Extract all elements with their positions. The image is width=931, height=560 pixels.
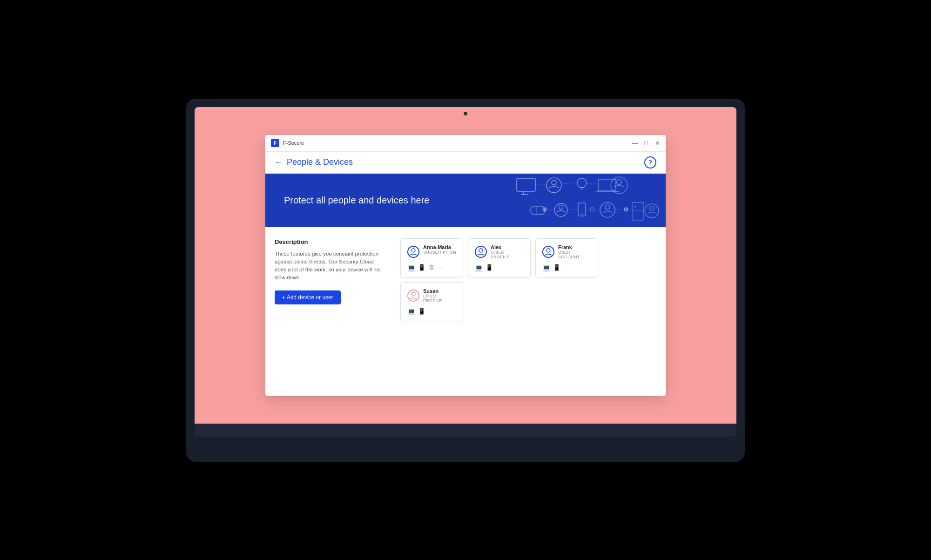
svg-point-5 — [577, 178, 587, 188]
window-controls: — □ ✕ — [632, 140, 660, 146]
laptop-icon: 💻 — [407, 308, 415, 315]
user-type: CHILD PROFILE — [491, 250, 524, 259]
nav-left: ← People & Devices — [275, 157, 353, 167]
page-title: People & Devices — [287, 157, 353, 167]
svg-point-40 — [412, 249, 415, 252]
svg-point-26 — [634, 206, 636, 208]
user-devices: 💻 📱 🖥 ··· — [407, 264, 456, 271]
svg-line-39 — [526, 191, 540, 204]
nav-bar: ← People & Devices ? — [265, 152, 666, 174]
user-info: Anna-Maria SUBSCRIPTION ... — [423, 244, 456, 259]
user-card-susan[interactable]: Susan CHILD PROFILE 💻 📱 — [400, 282, 463, 321]
mobile-icon: 📱 — [486, 264, 493, 271]
app-name-label: F-Secure — [283, 140, 304, 146]
avatar — [475, 246, 487, 258]
user-cards-container: Anna-Maria SUBSCRIPTION ... 💻 📱 🖥 ··· — [400, 238, 656, 321]
svg-rect-0 — [517, 178, 535, 191]
svg-point-28 — [650, 206, 654, 210]
content-layout: Description These features give you cons… — [275, 238, 656, 321]
user-name: Susan — [423, 288, 456, 294]
mobile-icon: 📱 — [553, 264, 560, 271]
svg-point-18 — [559, 205, 563, 209]
user-type: CHILD PROFILE — [423, 294, 456, 303]
mobile-icon: 📱 — [418, 308, 425, 315]
svg-point-21 — [590, 208, 594, 211]
svg-point-23 — [605, 205, 610, 209]
back-button[interactable]: ← — [275, 158, 282, 167]
user-info: Susan CHILD PROFILE — [423, 288, 456, 303]
fsecure-logo: F — [271, 139, 279, 147]
laptop-icon: 💻 — [542, 264, 550, 271]
title-bar: F F-Secure — □ ✕ — [265, 135, 666, 152]
user-card-header: Anna-Maria SUBSCRIPTION ... — [407, 244, 456, 259]
user-devices: 💻 📱 — [542, 264, 591, 271]
user-card-header: Susan CHILD PROFILE — [407, 288, 456, 303]
svg-point-43 — [412, 292, 415, 296]
svg-rect-15 — [531, 206, 545, 215]
user-card-anna-maria[interactable]: Anna-Maria SUBSCRIPTION ... 💻 📱 🖥 ··· — [400, 238, 463, 277]
avatar — [407, 290, 419, 302]
user-info: Alex CHILD PROFILE — [491, 244, 524, 259]
user-devices: 💻 📱 — [407, 308, 456, 315]
mobile-icon: 📱 — [418, 264, 425, 271]
close-button[interactable]: ✕ — [654, 140, 660, 146]
avatar — [407, 246, 419, 258]
user-name: Alex — [491, 244, 524, 250]
screen-bezel: F F-Secure — □ ✕ ← People & Devices ? — [195, 107, 736, 424]
description-title: Description — [275, 238, 386, 245]
user-card-alex[interactable]: Alex CHILD PROFILE 💻 📱 — [468, 238, 531, 277]
minimize-button[interactable]: — — [632, 140, 638, 146]
user-info: Frank USER ACCOUNT — [558, 244, 591, 259]
svg-line-13 — [561, 183, 576, 184]
laptop-frame: F F-Secure — □ ✕ ← People & Devices ? — [186, 99, 745, 462]
add-device-user-button[interactable]: + Add device or user — [275, 290, 341, 304]
title-bar-left: F F-Secure — [271, 139, 304, 147]
svg-point-4 — [552, 180, 556, 185]
user-name: Anna-Maria — [423, 244, 456, 250]
user-card-header: Frank USER ACCOUNT — [542, 244, 591, 259]
svg-line-31 — [546, 209, 554, 210]
tablet-icon: 🖥 — [428, 264, 434, 271]
help-button[interactable]: ? — [644, 156, 656, 169]
description-body: These features give you constant protect… — [275, 250, 386, 282]
user-card-header: Alex CHILD PROFILE — [475, 244, 524, 259]
description-section: Description These features give you cons… — [275, 238, 386, 304]
banner: Protect all people and devices here — [265, 174, 666, 227]
svg-point-41 — [479, 249, 483, 252]
main-content: Description These features give you cons… — [265, 227, 666, 396]
app-window: F F-Secure — □ ✕ ← People & Devices ? — [265, 135, 666, 396]
avatar — [542, 246, 554, 258]
laptop-icon: 💻 — [475, 264, 483, 271]
user-name: Frank — [558, 244, 591, 250]
maximize-button[interactable]: □ — [643, 140, 649, 146]
more-button[interactable]: ··· — [438, 265, 442, 270]
banner-text: Protect all people and devices here — [284, 195, 429, 206]
user-type: USER ACCOUNT — [558, 250, 591, 259]
svg-point-11 — [617, 179, 622, 184]
svg-point-42 — [546, 249, 550, 252]
webcam — [464, 112, 467, 115]
laptop-bottom — [195, 424, 736, 437]
user-type: SUBSCRIPTION ... — [423, 250, 456, 259]
user-devices: 💻 📱 — [475, 264, 524, 271]
svg-rect-8 — [598, 179, 616, 191]
laptop-icon: 💻 — [407, 264, 415, 271]
svg-rect-24 — [632, 202, 644, 220]
user-card-frank[interactable]: Frank USER ACCOUNT 💻 📱 — [535, 238, 598, 277]
